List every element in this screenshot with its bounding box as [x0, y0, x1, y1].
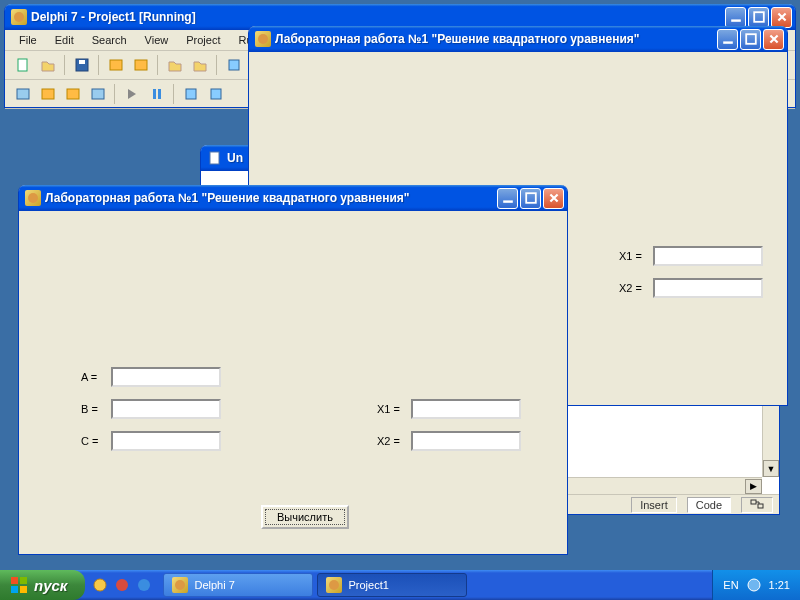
tool-button[interactable] — [36, 83, 59, 105]
svg-rect-17 — [751, 500, 756, 504]
delphi-icon — [25, 190, 41, 206]
tool-button[interactable] — [129, 54, 152, 76]
open-button[interactable] — [36, 54, 59, 76]
document-icon — [207, 150, 223, 166]
status-mode: Insert — [631, 497, 677, 513]
svg-rect-4 — [79, 60, 85, 64]
svg-rect-0 — [731, 19, 741, 21]
delphi-icon — [255, 31, 271, 47]
svg-rect-20 — [746, 34, 756, 44]
separator — [114, 84, 115, 104]
system-tray: EN 1:21 — [712, 570, 800, 600]
svg-rect-25 — [11, 586, 18, 593]
language-indicator[interactable]: EN — [723, 579, 738, 591]
svg-rect-13 — [158, 89, 161, 99]
x1-field[interactable] — [411, 399, 521, 419]
save-button[interactable] — [70, 54, 93, 76]
tool-button[interactable] — [188, 54, 211, 76]
taskbar: пуск Delphi 7 Project1 EN 1:21 — [0, 570, 800, 600]
start-button[interactable]: пуск — [0, 570, 85, 600]
svg-rect-26 — [20, 586, 27, 593]
tool-button[interactable] — [61, 83, 84, 105]
tool-button[interactable] — [86, 83, 109, 105]
svg-rect-18 — [758, 504, 763, 508]
quick-launch-icon[interactable] — [91, 576, 109, 594]
tool-button[interactable] — [222, 54, 245, 76]
app-title: Лабораторная работа №1 "Решение квадратн… — [45, 191, 497, 205]
tool-button[interactable] — [204, 83, 227, 105]
tool-button[interactable] — [104, 54, 127, 76]
c-label: C = — [81, 435, 98, 447]
ide-close-button[interactable] — [771, 7, 792, 28]
svg-rect-22 — [526, 193, 536, 203]
svg-rect-23 — [11, 577, 18, 584]
clock[interactable]: 1:21 — [769, 579, 790, 591]
app-close-button[interactable] — [543, 188, 564, 209]
design-x2-field[interactable] — [653, 278, 763, 298]
windows-logo-icon — [10, 576, 28, 594]
svg-rect-6 — [135, 60, 147, 70]
quick-launch-icon[interactable] — [135, 576, 153, 594]
delphi-icon — [172, 577, 188, 593]
tool-button[interactable] — [11, 83, 34, 105]
separator — [98, 55, 99, 75]
design-close-button[interactable] — [763, 29, 784, 50]
x2-field[interactable] — [411, 431, 521, 451]
svg-point-28 — [116, 579, 128, 591]
scroll-down-icon[interactable]: ▼ — [763, 460, 779, 477]
design-x1-label: X1 = — [619, 250, 642, 262]
status-diagram-icon[interactable] — [741, 497, 773, 513]
svg-rect-14 — [186, 89, 196, 99]
design-titlebar[interactable]: Лабораторная работа №1 "Решение квадратн… — [249, 26, 787, 52]
menu-project[interactable]: Project — [178, 32, 228, 48]
svg-rect-19 — [723, 41, 733, 43]
app-maximize-button[interactable] — [520, 188, 541, 209]
app-titlebar[interactable]: Лабораторная работа №1 "Решение квадратн… — [19, 185, 567, 211]
delphi-icon — [326, 577, 342, 593]
quick-launch — [85, 576, 159, 594]
status-tab-code[interactable]: Code — [687, 497, 731, 513]
tool-button[interactable] — [163, 54, 186, 76]
quick-launch-icon[interactable] — [113, 576, 131, 594]
new-button[interactable] — [11, 54, 34, 76]
compute-button[interactable]: Вычислить — [261, 505, 349, 529]
b-label: B = — [81, 403, 98, 415]
taskbar-task-delphi[interactable]: Delphi 7 — [163, 573, 313, 597]
ide-minimize-button[interactable] — [725, 7, 746, 28]
tool-button[interactable] — [179, 83, 202, 105]
svg-rect-8 — [17, 89, 29, 99]
svg-rect-9 — [42, 89, 54, 99]
app-minimize-button[interactable] — [497, 188, 518, 209]
menu-edit[interactable]: Edit — [47, 32, 82, 48]
svg-rect-5 — [110, 60, 122, 70]
separator — [64, 55, 65, 75]
separator — [157, 55, 158, 75]
separator — [173, 84, 174, 104]
menu-view[interactable]: View — [137, 32, 177, 48]
svg-rect-10 — [67, 89, 79, 99]
svg-point-27 — [94, 579, 106, 591]
start-label: пуск — [34, 577, 67, 594]
scroll-right-icon[interactable]: ▶ — [745, 479, 762, 494]
menu-search[interactable]: Search — [84, 32, 135, 48]
menu-file[interactable]: File — [11, 32, 45, 48]
ide-maximize-button[interactable] — [748, 7, 769, 28]
c-field[interactable] — [111, 431, 221, 451]
design-title: Лабораторная работа №1 "Решение квадратн… — [275, 32, 717, 46]
svg-rect-11 — [92, 89, 104, 99]
delphi-icon — [11, 9, 27, 25]
design-minimize-button[interactable] — [717, 29, 738, 50]
design-maximize-button[interactable] — [740, 29, 761, 50]
svg-rect-2 — [18, 59, 27, 71]
a-field[interactable] — [111, 367, 221, 387]
taskbar-task-project[interactable]: Project1 — [317, 573, 467, 597]
tray-icon[interactable] — [747, 578, 761, 592]
svg-rect-1 — [754, 12, 764, 22]
design-x1-field[interactable] — [653, 246, 763, 266]
task-label: Delphi 7 — [194, 579, 234, 591]
svg-point-29 — [138, 579, 150, 591]
b-field[interactable] — [111, 399, 221, 419]
run-button[interactable] — [120, 83, 143, 105]
pause-button[interactable] — [145, 83, 168, 105]
svg-rect-24 — [20, 577, 27, 584]
